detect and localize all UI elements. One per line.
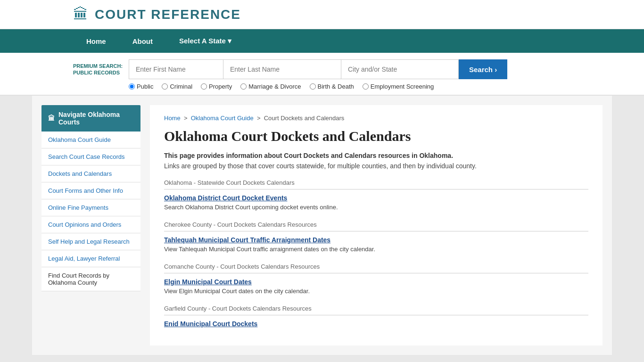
search-last-name-input[interactable] (223, 59, 341, 79)
resource-link-3-0[interactable]: Enid Municipal Court Dockets (164, 320, 257, 328)
radio-birth[interactable]: Birth & Death (310, 83, 354, 90)
nav-about[interactable]: About (119, 29, 166, 53)
section-1: Cherokee County - Court Dockets Calendar… (164, 221, 588, 255)
resource-entry-1-0: Tahlequah Municipal Court Traffic Arraig… (164, 236, 588, 255)
section-2: Comanche County - Court Dockets Calendar… (164, 263, 588, 296)
sections-container: Oklahoma - Statewide Court Dockets Calen… (164, 179, 588, 329)
sidebar-link-dockets[interactable]: Dockets and Calendars (41, 165, 140, 182)
main-nav: Home About Select A State ▾ (0, 29, 644, 53)
logo-icon: 🏛 (73, 6, 88, 23)
resource-entry-3-0: Enid Municipal Court Dockets (164, 320, 588, 329)
section-0: Oklahoma - Statewide Court Dockets Calen… (164, 179, 588, 213)
radio-marriage[interactable]: Marriage & Divorce (240, 83, 301, 90)
search-radio-group: Public Criminal Property Marriage & Divo… (73, 83, 635, 90)
sidebar-link-court-forms[interactable]: Court Forms and Other Info (41, 182, 140, 199)
sidebar-header-label: Navigate Oklahoma Courts (58, 111, 134, 126)
resource-entry-2-0: Elgin Municipal Court DatesView Elgin Mu… (164, 278, 588, 296)
search-area: PREMIUM SEARCH: PUBLIC RECORDS Search › … (0, 53, 644, 96)
section-header-2: Comanche County - Court Dockets Calendar… (164, 263, 588, 273)
breadcrumb-guide[interactable]: Oklahoma Court Guide (191, 115, 254, 122)
page-intro-bold: This page provides information about Cou… (164, 152, 588, 159)
radio-criminal[interactable]: Criminal (162, 83, 192, 90)
resource-link-0-0[interactable]: Oklahoma District Court Docket Events (164, 194, 287, 202)
sidebar-link-fine-payments[interactable]: Online Fine Payments (41, 199, 140, 216)
page-title: Oklahoma Court Dockets and Calendars (164, 128, 588, 144)
search-button[interactable]: Search › (459, 59, 507, 79)
site-header: 🏛 COURT REFERENCE (0, 0, 644, 29)
radio-public[interactable]: Public (129, 83, 153, 90)
section-header-3: Garfield County - Court Dockets Calendar… (164, 305, 588, 315)
nav-select-state[interactable]: Select A State ▾ (166, 29, 245, 53)
resource-entry-0-0: Oklahoma District Court Docket EventsSea… (164, 194, 588, 213)
main-content-area: 🏛 Navigate Oklahoma Courts Oklahoma Cour… (32, 96, 612, 355)
breadcrumb-current: Court Dockets and Calendars (264, 115, 345, 122)
main-content: Home > Oklahoma Court Guide > Court Dock… (150, 105, 603, 346)
breadcrumb-home[interactable]: Home (164, 115, 181, 122)
resource-link-2-0[interactable]: Elgin Municipal Court Dates (164, 278, 252, 286)
sidebar-footer: Find Court Records by Oklahoma County (41, 267, 140, 291)
resource-desc-1-0: View Tahlequah Municipal Court traffic a… (164, 246, 588, 253)
sidebar-header-icon: 🏛 (48, 115, 55, 122)
section-header-0: Oklahoma - Statewide Court Dockets Calen… (164, 179, 588, 189)
site-title: COURT REFERENCE (95, 7, 241, 22)
sidebar-header: 🏛 Navigate Oklahoma Courts (41, 105, 140, 132)
resource-desc-2-0: View Elgin Municipal Court dates on the … (164, 288, 588, 295)
search-first-name-input[interactable] (129, 59, 223, 79)
nav-home[interactable]: Home (73, 29, 119, 53)
premium-label: PREMIUM SEARCH: PUBLIC RECORDS (73, 63, 125, 76)
section-3: Garfield County - Court Dockets Calendar… (164, 305, 588, 329)
page-intro-normal: Links are grouped by those that cover co… (164, 162, 588, 170)
sidebar-link-search-records[interactable]: Search Court Case Records (41, 148, 140, 165)
search-city-input[interactable] (341, 59, 459, 79)
resource-link-1-0[interactable]: Tahlequah Municipal Court Traffic Arraig… (164, 236, 330, 244)
sidebar-link-self-help[interactable]: Self Help and Legal Research (41, 233, 140, 250)
resource-desc-0-0: Search Oklahoma District Court upcoming … (164, 204, 588, 211)
breadcrumb: Home > Oklahoma Court Guide > Court Dock… (164, 115, 588, 122)
sidebar-link-opinions[interactable]: Court Opinions and Orders (41, 216, 140, 233)
sidebar: 🏛 Navigate Oklahoma Courts Oklahoma Cour… (41, 105, 140, 346)
section-header-1: Cherokee County - Court Dockets Calendar… (164, 221, 588, 231)
radio-employment[interactable]: Employment Screening (363, 83, 434, 90)
sidebar-link-legal-aid[interactable]: Legal Aid, Lawyer Referral (41, 250, 140, 267)
sidebar-link-court-guide[interactable]: Oklahoma Court Guide (41, 132, 140, 148)
radio-property[interactable]: Property (201, 83, 232, 90)
